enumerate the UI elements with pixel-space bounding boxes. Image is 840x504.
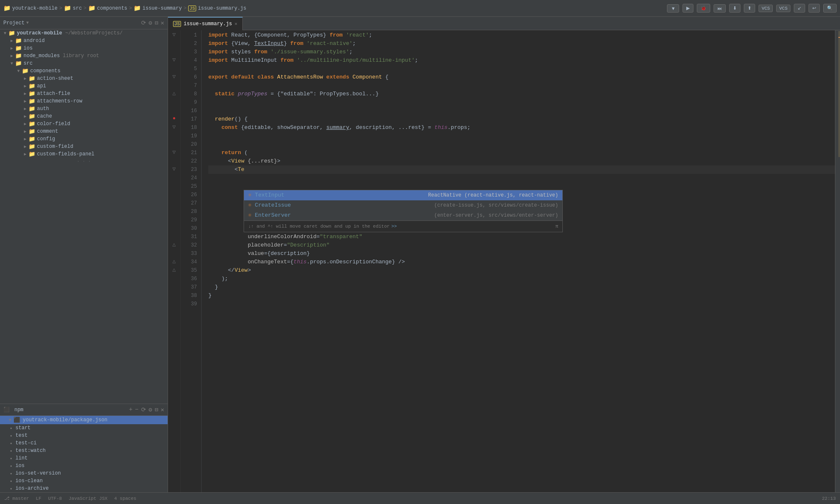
- npm-settings-icon[interactable]: ⚙: [149, 406, 152, 413]
- tree-item-android[interactable]: ▶ 📁 android: [0, 37, 168, 45]
- top-toolbar: 📁 youtrack-mobile > 📁 src > 📁 components…: [0, 0, 840, 17]
- run-button[interactable]: ▶: [682, 4, 693, 13]
- tree-item-color-field[interactable]: ▶ 📁 color-field: [0, 120, 168, 128]
- tree-item-action-sheet[interactable]: ▶ 📁 action-sheet: [0, 75, 168, 82]
- npm-sync-icon[interactable]: ⟳: [141, 406, 146, 413]
- code-line-17: render() {: [208, 115, 835, 123]
- expand-arrow: ▼: [8, 61, 15, 66]
- tree-item-src[interactable]: ▼ 📁 src: [0, 60, 168, 67]
- autocomplete-popup[interactable]: ⚛ TextInput ReactNative (react-native.js…: [244, 190, 563, 232]
- tree-item-node-modules[interactable]: ▶ 📁 node_modules library root: [0, 52, 168, 60]
- main-layout: Project ▼ ⟳ ⚙ ⊟ ✕ ▼ 📁 youtrack-mobile ~/…: [0, 17, 840, 492]
- tree-item-cache[interactable]: ▶ 📁 cache: [0, 113, 168, 120]
- npm-script-start[interactable]: ● start: [0, 424, 168, 432]
- fold-icon[interactable]: △: [173, 258, 176, 265]
- tree-label-custom-field: custom-field: [37, 144, 73, 150]
- folder-icon: 📁: [15, 60, 22, 67]
- expand-arrow: ▶: [22, 136, 29, 142]
- npm-script-lint[interactable]: ● lint: [0, 454, 168, 462]
- tab-issue-summary[interactable]: JS issue-summary.js ✕: [168, 17, 243, 30]
- code-line-3: import styles from './issue-summary.styl…: [208, 48, 835, 56]
- fold-icon[interactable]: ▽: [173, 31, 176, 38]
- close-icon[interactable]: ✕: [161, 19, 164, 26]
- tree-item-comment[interactable]: ▶ 📁 comment: [0, 128, 168, 135]
- npm-script-ios-archive[interactable]: ● ios-archive: [0, 485, 168, 492]
- npm-collapse-icon[interactable]: ⊟: [155, 406, 158, 413]
- fold-icon[interactable]: △: [173, 266, 176, 273]
- step-out-button[interactable]: ⬆: [744, 4, 755, 13]
- fold-icon[interactable]: ▽: [173, 149, 176, 155]
- script-dot: ●: [10, 472, 12, 475]
- folder-icon: 📁: [29, 90, 35, 97]
- tree-item-ios[interactable]: ▶ 📁 ios: [0, 45, 168, 52]
- undo-button[interactable]: ↩: [808, 4, 820, 13]
- tree-item-attachments-row[interactable]: ▶ 📁 attachments-row: [0, 97, 168, 105]
- debug-button[interactable]: 🐞: [697, 4, 710, 13]
- npm-script-ios[interactable]: ● ios: [0, 462, 168, 470]
- scrollbar-marker-1: [838, 37, 840, 38]
- step-into-button[interactable]: ⬇: [729, 4, 740, 13]
- sidebar-title: Project ▼: [3, 20, 29, 26]
- tree-item-root[interactable]: ▼ 📁 youtrack-mobile ~/WebstormProjects/: [0, 29, 168, 37]
- toolbar-buttons: ▼ ▶ 🐞 ⏭ ⬇ ⬆ VCS VCS ↙ ↩ 🔍: [667, 4, 837, 13]
- fold-icon[interactable]: ▽: [173, 165, 176, 172]
- npm-script-test-ci[interactable]: ● test-ci: [0, 439, 168, 447]
- component-icon: ⚛: [248, 211, 252, 220]
- autocomplete-name: EnterServer: [255, 211, 339, 220]
- code-editor[interactable]: import React, {Component, PropTypes} fro…: [202, 30, 835, 492]
- code-line-2: import {View, TextInput} from 'react-nat…: [208, 39, 835, 48]
- npm-package-label: youtrack-mobile/package.json: [23, 417, 108, 423]
- script-label-test: test: [16, 433, 28, 438]
- npm-script-ios-clean[interactable]: ● ios-clean: [0, 477, 168, 485]
- status-position: 22:13: [822, 496, 836, 501]
- search-button[interactable]: 🔍: [823, 4, 837, 13]
- tree-item-custom-field[interactable]: ▶ 📁 custom-field: [0, 143, 168, 150]
- tree-item-auth[interactable]: ▶ 📁 auth: [0, 105, 168, 113]
- tree-item-api[interactable]: ▶ 📁 api: [0, 82, 168, 90]
- folder-icon: 📁: [29, 121, 35, 127]
- npm-add-icon[interactable]: +: [129, 406, 132, 413]
- code-line-24: [208, 174, 835, 182]
- tree-ellipsis: · · ·: [0, 158, 168, 165]
- settings-icon[interactable]: ⚙: [149, 19, 152, 26]
- tree-item-custom-fields-panel[interactable]: ▶ 📁 custom-fields-panel: [0, 150, 168, 158]
- npm-close-icon[interactable]: ✕: [161, 406, 164, 413]
- folder-icon: 📁: [22, 68, 29, 74]
- autocomplete-item-createissue[interactable]: ⚛ CreateIssue (create-issue.js, src/view…: [244, 200, 562, 210]
- editor-content[interactable]: ▽ ▽ ▽ △ ● ▽ ▽ ▽: [168, 30, 840, 492]
- tab-close-button[interactable]: ✕: [234, 21, 237, 26]
- folder-icon: 📁: [29, 83, 35, 89]
- folder-icon: 📁: [15, 52, 22, 59]
- tree-label-comment: comment: [37, 129, 58, 134]
- fold-icon[interactable]: ▽: [173, 56, 176, 63]
- fold-icon[interactable]: ▽: [173, 73, 176, 80]
- tree-item-components[interactable]: ▼ 📁 components: [0, 67, 168, 75]
- npm-script-ios-set-version[interactable]: ● ios-set-version: [0, 470, 168, 477]
- npm-script-test[interactable]: ● test: [0, 432, 168, 439]
- editor-scrollbar[interactable]: [835, 30, 840, 492]
- expand-arrow: ▶: [22, 152, 29, 157]
- npm-package-item[interactable]: ▼ ⬛ youtrack-mobile/package.json: [0, 416, 168, 424]
- fold-icon[interactable]: △: [173, 90, 176, 97]
- git-icon[interactable]: ↙: [794, 4, 805, 13]
- code-line-38: }: [208, 291, 835, 300]
- autocomplete-item-enterserver[interactable]: ⚛ EnterServer (enter-server.js, src/view…: [244, 210, 562, 220]
- sidebar-toolbar-icons: ⟳ ⚙ ⊟ ✕: [141, 19, 164, 26]
- tree-item-config[interactable]: ▶ 📁 config: [0, 135, 168, 143]
- npm-script-test-watch[interactable]: ● test:watch: [0, 447, 168, 454]
- tree-sublabel-node-modules: library root: [60, 53, 99, 59]
- collapse-icon[interactable]: ⊟: [155, 19, 158, 26]
- code-line-32: placeholder="Description": [208, 241, 835, 249]
- sync-icon[interactable]: ⟳: [141, 19, 146, 26]
- dropdown-button[interactable]: ▼: [667, 4, 679, 13]
- step-over-button[interactable]: ⏭: [714, 4, 726, 13]
- package-icon: ⬛: [13, 417, 20, 423]
- fold-icon[interactable]: ▽: [173, 123, 176, 130]
- expand-arrow: ▶: [22, 144, 29, 149]
- autocomplete-item-textinput[interactable]: ⚛ TextInput ReactNative (react-native.js…: [244, 190, 562, 200]
- tree-label-color-field: color-field: [37, 121, 70, 127]
- tree-item-attach-file[interactable]: ▶ 📁 attach-file: [0, 90, 168, 97]
- fold-icon[interactable]: △: [173, 241, 176, 248]
- breadcrumb: 📁 youtrack-mobile > 📁 src > 📁 components…: [3, 5, 247, 12]
- npm-remove-icon[interactable]: −: [135, 406, 138, 413]
